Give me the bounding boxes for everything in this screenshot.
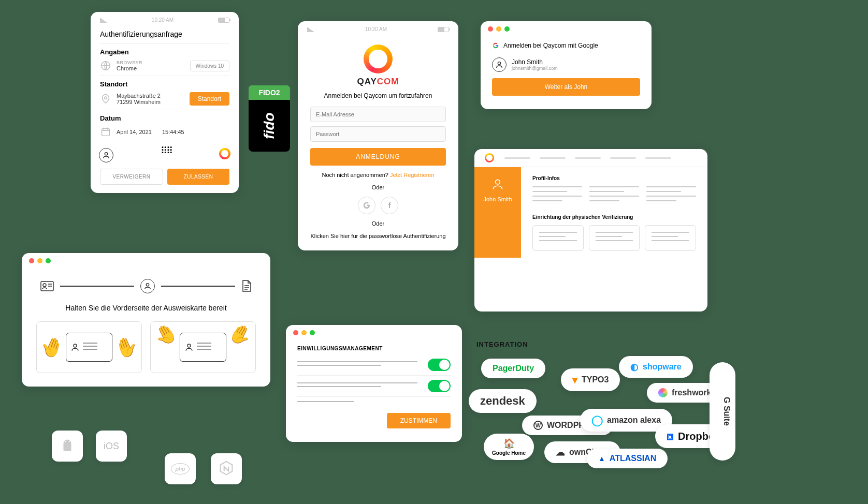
skeleton-col	[532, 186, 582, 205]
nodejs-platform-icon	[211, 453, 242, 484]
hand-left-icon: ✋	[37, 333, 66, 362]
brand-pagerduty: PagerDuty	[481, 359, 545, 378]
agree-button[interactable]: ZUSTIMMEN	[387, 413, 451, 428]
hand-left-icon: ✋	[150, 320, 181, 350]
id-card-icon	[180, 333, 226, 362]
scan-option-1[interactable]: ✋ ✋	[36, 321, 142, 373]
id-card-step-icon	[40, 281, 54, 291]
google-signin-card: Anmelden bei Qaycom mit Google John Smit…	[481, 21, 652, 109]
signal-icon	[307, 27, 314, 32]
date-value: April 14, 2021	[117, 129, 152, 135]
login-card: 10:20 AM QAYCOM Anmelden bei Qaycom um f…	[298, 21, 458, 250]
skeleton-col	[589, 186, 639, 205]
skeleton-panel	[532, 225, 584, 251]
window-controls	[481, 21, 652, 37]
brand-typo3: ▾TYPO3	[561, 368, 620, 391]
brand-atlassian: ▲ATLASSIAN	[587, 449, 668, 468]
window-controls	[22, 253, 270, 269]
consent-item-text	[297, 382, 417, 390]
auth-title: Authentifizierungsanfrage	[100, 30, 229, 38]
svg-point-9	[74, 344, 77, 347]
qaycom-logo-icon	[364, 45, 393, 73]
continue-as-button[interactable]: Weiter als John	[492, 78, 640, 96]
brand-google-home: 🏠Google Home	[484, 434, 534, 460]
login-button[interactable]: ANMELDUNG	[310, 148, 446, 166]
php-platform-icon: php	[165, 453, 196, 484]
profile-name: John Smith	[474, 196, 521, 202]
brand-zendesk: zendesk	[469, 389, 537, 413]
svg-point-1	[105, 97, 107, 99]
qaycom-tab-icon[interactable]	[219, 148, 230, 159]
battery-icon	[218, 18, 229, 23]
consent-toggle-2[interactable]	[428, 380, 451, 392]
skeleton-col	[646, 186, 696, 205]
signup-line: Noch nicht angenommen? Jetzt Registriere…	[310, 172, 446, 178]
svg-point-4	[498, 62, 500, 65]
id-card-icon	[66, 333, 112, 362]
phone-status-bar: 10:20 AM	[298, 21, 458, 37]
status-time: 10:20 AM	[152, 17, 173, 23]
google-title: Anmelden bei Qaycom mit Google	[503, 42, 598, 49]
location-button[interactable]: Standort	[190, 92, 229, 106]
os-tag: Windows 10	[190, 61, 229, 71]
svg-point-7	[43, 284, 46, 287]
android-platform-icon	[52, 431, 83, 462]
consent-card: EINWILLIGUNGSMANAGEMENT ZUSTIMMEN	[286, 325, 462, 442]
skeleton-panel	[645, 225, 696, 251]
document-step-icon	[241, 280, 252, 292]
scan-option-2[interactable]: ✋ ✋	[150, 321, 256, 373]
user-tab-icon[interactable]	[99, 148, 113, 162]
svg-point-3	[105, 153, 107, 155]
hand-right-icon: ✋	[225, 320, 256, 350]
allow-button[interactable]: ZULASSEN	[167, 169, 229, 185]
auth-request-card: 10:20 AM Authentifizierungsanfrage Angab…	[91, 12, 239, 193]
google-login-button[interactable]	[358, 197, 375, 214]
physical-verification-label: Einrichtung der physischen Verifizierung	[532, 214, 696, 220]
svg-rect-2	[102, 129, 110, 136]
date-label: Datum	[100, 114, 229, 122]
svg-point-11	[65, 441, 66, 442]
svg-point-8	[146, 284, 149, 286]
location-label: Standort	[100, 80, 229, 88]
svg-point-10	[187, 344, 191, 347]
svg-point-5	[496, 180, 500, 184]
browser-label: BROWSER	[117, 60, 142, 65]
window-controls	[286, 325, 462, 340]
passwordless-link[interactable]: Klicken Sie hier für die passwortlose Au…	[310, 233, 446, 239]
or-label-2: Oder	[310, 220, 446, 227]
address2: 71299 Wimsheim	[117, 99, 161, 105]
details-label: Angaben	[100, 48, 229, 56]
keypad-tab-icon[interactable]: ⠿⠿	[161, 148, 172, 162]
or-label-1: Oder	[310, 184, 446, 190]
user-step-icon	[140, 279, 155, 293]
consent-item-text	[297, 401, 440, 405]
account-name: John Smith	[512, 58, 558, 66]
pin-icon	[100, 93, 111, 105]
deny-button[interactable]: VERWEIGERN	[100, 169, 163, 185]
consent-item-text	[297, 361, 417, 368]
email-field[interactable]	[310, 107, 446, 122]
hand-right-icon: ✋	[112, 333, 141, 362]
consent-title: EINWILLIGUNGSMANAGEMENT	[297, 346, 451, 351]
id-scan-card: Halten Sie die Vorderseite der Ausweiska…	[22, 253, 270, 387]
fido2-badge: FIDO2	[249, 85, 290, 100]
brand-icon	[485, 153, 494, 162]
time-value: 15:44:45	[162, 129, 184, 135]
signup-link[interactable]: Jetzt Registrieren	[390, 172, 435, 178]
svg-point-12	[69, 441, 70, 442]
skeleton-panel	[589, 225, 640, 251]
phone-status-bar: 10:20 AM	[91, 12, 239, 28]
fido-badges: FIDO2 fido	[249, 85, 290, 152]
profile-sidebar[interactable]: John Smith	[474, 167, 521, 259]
ios-platform-icon: iOS	[96, 431, 127, 462]
account-email: johnsmith@gmail.com	[512, 66, 558, 71]
user-icon	[491, 177, 504, 191]
top-nav	[504, 157, 697, 159]
login-subtitle: Anmelden bei Qaycom um fortzufahren	[310, 92, 446, 99]
facebook-login-button[interactable]: f	[381, 197, 398, 214]
browser-value: Chrome	[117, 65, 142, 71]
password-field[interactable]	[310, 126, 446, 142]
consent-toggle-1[interactable]	[428, 359, 451, 371]
fido-badge: fido	[249, 100, 290, 152]
address1: Maybachstraße 2	[117, 93, 161, 99]
